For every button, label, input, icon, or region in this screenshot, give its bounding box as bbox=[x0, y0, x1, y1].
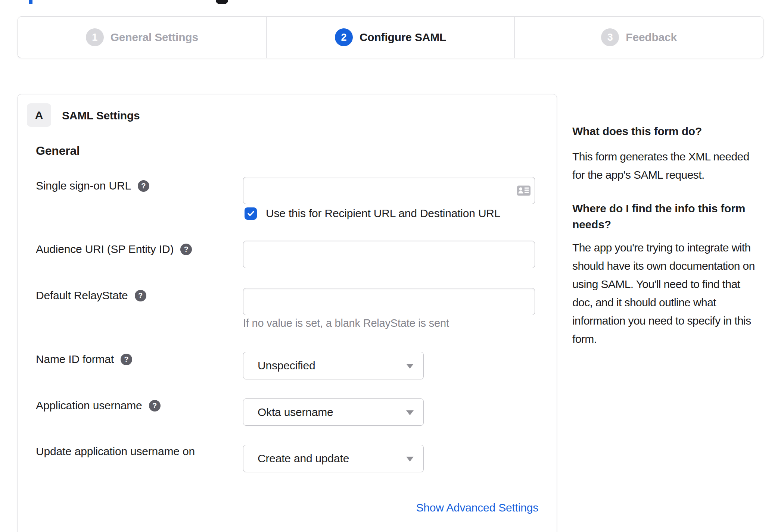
chevron-down-icon bbox=[406, 457, 414, 461]
help-icon[interactable]: ? bbox=[138, 180, 149, 192]
step-label: Feedback bbox=[626, 31, 677, 44]
sso-url-input[interactable] bbox=[243, 177, 535, 204]
wizard-stepper: 1 General Settings 2 Configure SAML 3 Fe… bbox=[18, 16, 763, 58]
name-id-format-select[interactable]: Unspecified bbox=[243, 352, 424, 379]
saml-setup-page: 1 General Settings 2 Configure SAML 3 Fe… bbox=[0, 0, 781, 532]
update-app-username-select[interactable]: Create and update bbox=[243, 445, 424, 472]
sidebar-text-line: should have its own documentation on bbox=[572, 257, 774, 275]
sidebar-text-line: for the app's SAML request. bbox=[572, 166, 774, 184]
help-icon[interactable]: ? bbox=[149, 400, 161, 411]
sidebar-heading-what: What does this form do? bbox=[572, 123, 774, 139]
checkmark-icon bbox=[246, 209, 255, 218]
update-app-username-label: Update application username on bbox=[36, 445, 195, 458]
sso-url-label-text: Single sign-on URL bbox=[36, 179, 131, 192]
recipient-url-checkbox-label: Use this for Recipient URL and Destinati… bbox=[266, 207, 500, 220]
selected-value: Okta username bbox=[258, 406, 333, 419]
sidebar-heading-where: needs? bbox=[572, 216, 774, 232]
chevron-down-icon bbox=[406, 410, 414, 415]
audience-uri-label: Audience URI (SP Entity ID) ? bbox=[36, 243, 192, 256]
sidebar-text-line: The app you're trying to integrate with bbox=[572, 238, 774, 257]
step-configure-saml[interactable]: 2 Configure SAML bbox=[266, 17, 515, 58]
name-id-format-label-text: Name ID format bbox=[36, 353, 114, 366]
step-feedback[interactable]: 3 Feedback bbox=[514, 17, 763, 58]
step-label: General Settings bbox=[111, 31, 198, 44]
sidebar-text-line: using SAML. You'll need to find that bbox=[572, 275, 774, 293]
section-title: SAML Settings bbox=[62, 109, 140, 122]
sidebar-text-line: This form generates the XML needed bbox=[572, 147, 774, 166]
help-icon[interactable]: ? bbox=[121, 354, 132, 365]
sidebar-text-line: information you need to specify in this bbox=[572, 312, 774, 330]
name-id-format-label: Name ID format ? bbox=[36, 353, 132, 366]
sso-checkbox-row: Use this for Recipient URL and Destinati… bbox=[245, 207, 500, 220]
application-username-select[interactable]: Okta username bbox=[243, 398, 424, 426]
header-accent-fragment bbox=[29, 0, 32, 4]
selected-value: Create and update bbox=[258, 452, 349, 465]
header-logo-fragment bbox=[216, 0, 228, 4]
step-label: Configure SAML bbox=[360, 31, 446, 44]
step-general-settings[interactable]: 1 General Settings bbox=[18, 17, 266, 58]
audience-uri-input[interactable] bbox=[243, 241, 535, 268]
help-icon[interactable]: ? bbox=[135, 290, 146, 301]
default-relaystate-label-text: Default RelayState bbox=[36, 289, 128, 302]
help-sidebar: What does this form do? This form genera… bbox=[572, 123, 774, 348]
sidebar-heading-where: Where do I find the info this form bbox=[572, 200, 774, 216]
relaystate-hint: If no value is set, a blank RelayState i… bbox=[243, 317, 449, 329]
update-app-username-label-text: Update application username on bbox=[36, 445, 195, 458]
default-relaystate-label: Default RelayState ? bbox=[36, 289, 146, 302]
selected-value: Unspecified bbox=[258, 359, 315, 372]
help-icon[interactable]: ? bbox=[180, 244, 192, 255]
sidebar-text-line: doc, and it should outline what bbox=[572, 293, 774, 312]
step-number-badge: 3 bbox=[601, 28, 619, 46]
section-a-badge: A bbox=[27, 103, 51, 127]
sso-url-label: Single sign-on URL ? bbox=[36, 179, 149, 192]
group-title-general: General bbox=[36, 144, 80, 158]
audience-uri-label-text: Audience URI (SP Entity ID) bbox=[36, 243, 174, 256]
sidebar-text-line: form. bbox=[572, 330, 774, 348]
application-username-label-text: Application username bbox=[36, 399, 142, 412]
recipient-url-checkbox[interactable] bbox=[245, 207, 257, 220]
chevron-down-icon bbox=[406, 364, 414, 369]
step-number-badge: 1 bbox=[86, 28, 104, 46]
step-number-badge: 2 bbox=[335, 28, 353, 46]
show-advanced-settings-link[interactable]: Show Advanced Settings bbox=[243, 501, 538, 514]
application-username-label: Application username ? bbox=[36, 399, 161, 412]
default-relaystate-input[interactable] bbox=[243, 288, 535, 315]
